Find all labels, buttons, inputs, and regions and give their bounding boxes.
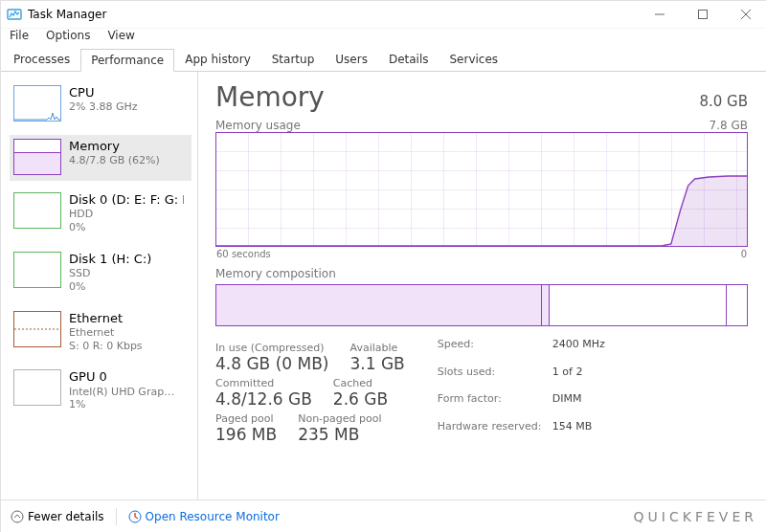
eth-thumb <box>13 311 61 347</box>
tab-bar: Processes Performance App history Startu… <box>1 48 766 72</box>
brand-watermark: QUICKFEVER <box>634 509 757 524</box>
open-resource-monitor-link[interactable]: Open Resource Monitor <box>128 510 280 523</box>
app-icon <box>7 7 22 22</box>
nonpaged-label: Non-paged pool <box>298 412 381 425</box>
usage-label: Memory usage <box>215 119 301 132</box>
resource-sidebar: CPU 2% 3.88 GHz Memory 4.8/7.8 GB (62%) … <box>1 72 198 499</box>
sidebar-item-label: Disk 0 (D: E: F: G: I:) <box>69 192 184 208</box>
comp-label: Memory composition <box>215 267 336 280</box>
axis-right: 0 <box>741 249 747 259</box>
avail-value: 3.1 GB <box>350 354 405 373</box>
sidebar-item-sub: HDD <box>69 208 184 221</box>
tab-users[interactable]: Users <box>325 48 378 71</box>
sidebar-item-sub: SSD <box>69 267 151 280</box>
memory-composition-bar[interactable] <box>215 284 748 326</box>
tab-processes[interactable]: Processes <box>3 48 80 71</box>
sidebar-item-gpu[interactable]: GPU 0 Intel(R) UHD Grap… 1% <box>10 366 192 417</box>
hw-value: 154 MB <box>552 420 605 445</box>
sidebar-item-sub: Ethernet <box>69 326 143 340</box>
usage-max: 7.8 GB <box>710 119 748 132</box>
tab-details[interactable]: Details <box>378 48 439 71</box>
avail-label: Available <box>350 342 405 354</box>
speed-label: Speed: <box>438 338 552 363</box>
in-use-label: In use (Compressed) <box>215 342 329 354</box>
slots-label: Slots used: <box>438 366 552 390</box>
memory-thumb <box>13 139 61 175</box>
sidebar-item-cpu[interactable]: CPU 2% 3.88 GHz <box>10 81 192 127</box>
memory-usage-chart[interactable] <box>215 132 748 247</box>
nonpaged-value: 235 MB <box>298 425 381 444</box>
menu-view[interactable]: View <box>107 29 134 42</box>
sidebar-item-ethernet[interactable]: Ethernet Ethernet S: 0 R: 0 Kbps <box>10 307 192 359</box>
tab-performance[interactable]: Performance <box>80 49 174 72</box>
comp-modified <box>542 285 550 325</box>
paged-value: 196 MB <box>215 425 277 444</box>
sidebar-item-label: Ethernet <box>69 311 143 326</box>
details-grid: Speed: 2400 MHz Slots used: 1 of 2 Form … <box>438 338 605 444</box>
sidebar-item-label: GPU 0 <box>69 369 174 385</box>
svg-rect-1 <box>698 11 707 19</box>
form-label: Form factor: <box>438 392 552 417</box>
sidebar-item-sub: Intel(R) UHD Grap… <box>69 386 174 399</box>
disk0-thumb <box>13 192 61 229</box>
cached-label: Cached <box>333 377 388 389</box>
tab-services[interactable]: Services <box>439 48 509 71</box>
maximize-button[interactable] <box>681 1 724 28</box>
disk1-thumb <box>13 252 61 288</box>
commit-label: Committed <box>215 377 312 389</box>
sidebar-item-disk0[interactable]: Disk 0 (D: E: F: G: I:) HDD 0% <box>10 188 192 240</box>
tab-app-history[interactable]: App history <box>174 48 261 71</box>
separator <box>116 508 117 525</box>
cached-value: 2.6 GB <box>333 389 388 409</box>
minimize-button[interactable] <box>638 1 681 28</box>
sidebar-item-sub: 4.8/7.8 GB (62%) <box>69 154 160 167</box>
axis-left: 60 seconds <box>216 249 271 259</box>
close-button[interactable] <box>724 1 766 28</box>
comp-standby <box>550 285 727 325</box>
menu-file[interactable]: File <box>10 29 29 42</box>
pane-title: Memory <box>215 81 325 113</box>
comp-free <box>727 285 747 325</box>
monitor-icon <box>128 510 142 523</box>
sidebar-item-sub2: 0% <box>69 221 184 234</box>
stats-col-1: In use (Compressed) 4.8 GB (0 MB) Availa… <box>215 338 405 444</box>
menu-bar: File Options View <box>1 29 766 48</box>
sidebar-item-sub2: S: 0 R: 0 Kbps <box>69 340 143 353</box>
chevron-up-icon <box>11 510 24 523</box>
sidebar-item-sub2: 1% <box>69 398 174 411</box>
gpu-thumb <box>13 369 61 406</box>
form-value: DIMM <box>552 392 605 417</box>
sidebar-item-sub: 2% 3.88 GHz <box>69 100 138 114</box>
memory-capacity: 8.0 GB <box>699 93 748 110</box>
sidebar-item-label: Disk 1 (H: C:) <box>69 252 151 267</box>
sidebar-item-memory[interactable]: Memory 4.8/7.8 GB (62%) <box>10 135 192 181</box>
sidebar-item-disk1[interactable]: Disk 1 (H: C:) SSD 0% <box>10 248 192 299</box>
tab-startup[interactable]: Startup <box>261 48 326 71</box>
in-use-value: 4.8 GB (0 MB) <box>215 354 329 373</box>
sidebar-item-label: CPU <box>69 85 138 100</box>
cpu-thumb <box>13 85 61 122</box>
svg-point-3 <box>11 511 23 522</box>
fewer-details-button[interactable]: Fewer details <box>11 510 104 523</box>
paged-label: Paged pool <box>215 412 277 425</box>
comp-in-use <box>216 285 542 325</box>
memory-pane: Memory 8.0 GB Memory usage 7.8 GB 60 sec… <box>198 72 766 499</box>
sidebar-item-sub2: 0% <box>69 280 151 294</box>
speed-value: 2400 MHz <box>552 338 605 363</box>
window-title: Task Manager <box>28 8 106 21</box>
commit-value: 4.8/12.6 GB <box>215 389 312 409</box>
menu-options[interactable]: Options <box>46 29 90 42</box>
slots-value: 1 of 2 <box>552 366 605 390</box>
sidebar-item-label: Memory <box>69 139 160 154</box>
hw-label: Hardware reserved: <box>438 420 552 445</box>
